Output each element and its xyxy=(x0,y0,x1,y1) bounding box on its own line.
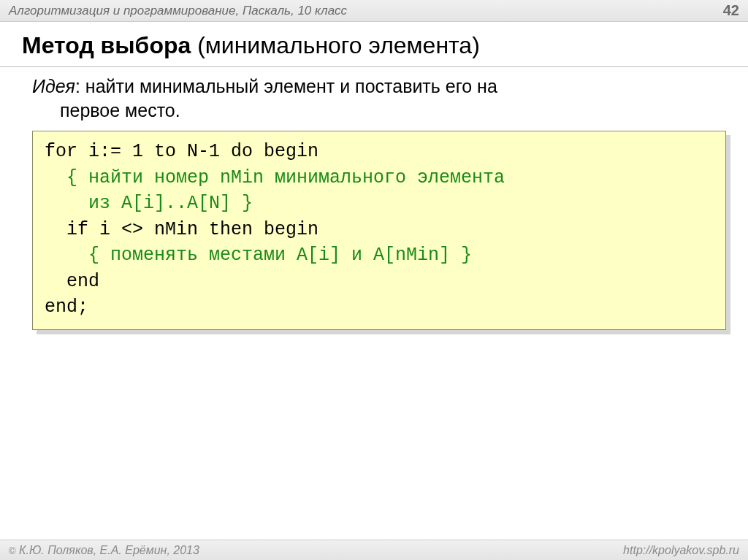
code-l4: if i <> nMin then begin xyxy=(45,219,318,240)
course-title: Алгоритмизация и программирование, Паска… xyxy=(9,4,347,18)
code-l6: end xyxy=(45,271,99,292)
idea-text: Идея: найти минимальный элемент и постав… xyxy=(0,67,748,128)
authors-text: К.Ю. Поляков, Е.А. Ерёмин, 2013 xyxy=(16,544,199,556)
copyright-icon: © xyxy=(9,545,16,556)
title-normal: (минимального элемента) xyxy=(191,32,480,58)
footer-url: http://kpolyakov.spb.ru xyxy=(623,544,739,557)
code-l1a: for i:= xyxy=(45,141,121,162)
code-l3: из A[i]..A[N] } xyxy=(45,193,253,214)
code-l1b: to N-1 do begin xyxy=(154,141,318,162)
code-l5: { поменять местами A[i] и A[nMin] } xyxy=(45,245,472,266)
footer-bar: © К.Ю. Поляков, Е.А. Ерёмин, 2013 http:/… xyxy=(0,540,748,560)
footer-authors: © К.Ю. Поляков, Е.А. Ерёмин, 2013 xyxy=(9,544,199,557)
code-l2: { найти номер nMin минимального элемента xyxy=(45,167,505,188)
idea-line2: первое место. xyxy=(32,99,726,123)
code-block: for i:= 1 to N-1 do begin { найти номер … xyxy=(32,131,726,330)
code-container: for i:= 1 to N-1 do begin { найти номер … xyxy=(32,131,726,330)
idea-line1: : найти минимальный элемент и поставить … xyxy=(75,76,497,96)
code-l1-one: 1 xyxy=(121,141,154,162)
title-bold: Метод выбора xyxy=(22,32,191,58)
page-number: 42 xyxy=(723,2,739,19)
code-l7: end; xyxy=(45,296,88,318)
header-bar: Алгоритмизация и программирование, Паска… xyxy=(0,0,748,22)
idea-label: Идея xyxy=(32,76,75,96)
slide-title: Метод выбора (минимального элемента) xyxy=(0,22,748,67)
